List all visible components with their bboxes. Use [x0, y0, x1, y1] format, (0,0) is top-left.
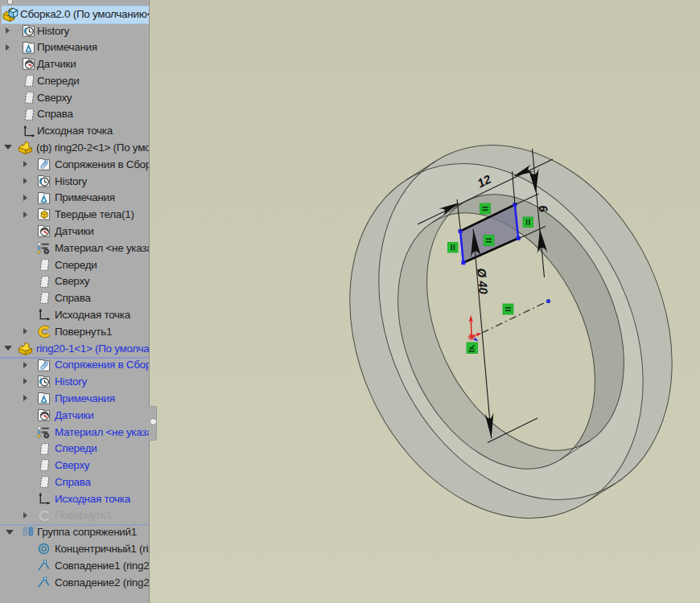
- svg-text:Ø 40: Ø 40: [475, 268, 491, 296]
